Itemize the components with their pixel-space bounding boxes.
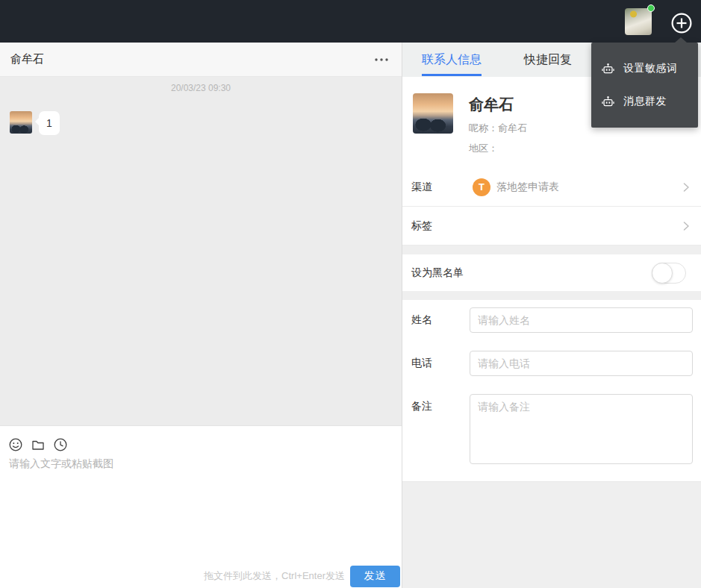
file-folder-icon[interactable]	[31, 438, 45, 451]
remark-field-row: 备注	[411, 394, 693, 464]
tags-label: 标签	[411, 219, 473, 233]
online-status-dot	[647, 4, 655, 12]
emoji-icon[interactable]	[9, 438, 22, 451]
message-bubble: 1	[39, 111, 60, 135]
remark-label: 备注	[411, 394, 470, 413]
toggle-knob	[652, 263, 673, 284]
channel-row[interactable]: 渠道 T 落地签申请表	[402, 168, 701, 207]
name-input[interactable]	[470, 307, 693, 333]
dropdown-caret	[675, 37, 687, 43]
chevron-right-icon[interactable]	[680, 220, 692, 232]
contact-avatar-small[interactable]	[10, 111, 32, 134]
add-menu-button[interactable]	[671, 13, 692, 34]
contact-form: 姓名 电话 备注	[402, 300, 701, 481]
top-bar	[0, 0, 701, 43]
composer-toolbar	[0, 426, 402, 451]
add-dropdown-menu: 设置敏感词 消息群发	[591, 43, 698, 128]
active-tab-underline	[422, 74, 482, 76]
chat-panel: 俞牟石 20/03/23 09:30 1	[0, 43, 402, 588]
channel-value-text: 落地签申请表	[496, 181, 559, 194]
blacklist-label: 设为黑名单	[411, 266, 464, 280]
section-divider	[402, 291, 701, 300]
channel-value: T 落地签申请表	[473, 178, 680, 196]
contact-avatar-large[interactable]	[413, 93, 453, 134]
robot-icon	[602, 96, 614, 108]
menu-item-mass-message[interactable]: 消息群发	[591, 85, 698, 118]
channel-logo-icon: T	[473, 178, 490, 196]
menu-item-label: 消息群发	[623, 95, 667, 108]
composer: 请输入文字或粘贴截图 拖文件到此发送，Ctrl+Enter发送 发送	[0, 425, 402, 588]
chat-header: 俞牟石	[0, 43, 402, 77]
plus-circle-icon	[671, 13, 692, 34]
history-clock-icon[interactable]	[54, 438, 67, 451]
tab-contact-info-label: 联系人信息	[422, 52, 482, 68]
tab-quick-reply-label: 快捷回复	[524, 52, 572, 68]
contact-name: 俞牟石	[469, 95, 527, 115]
name-label: 姓名	[411, 307, 470, 327]
user-avatar[interactable]	[625, 8, 652, 35]
contact-nickname: 呢称：俞牟石	[469, 122, 527, 135]
tab-contact-info[interactable]: 联系人信息	[422, 43, 482, 77]
message-list[interactable]: 20/03/23 09:30 1	[0, 77, 402, 425]
blacklist-toggle[interactable]	[652, 263, 686, 284]
robot-icon	[602, 63, 614, 75]
menu-item-sensitive-words[interactable]: 设置敏感词	[591, 52, 698, 85]
phone-label: 电话	[411, 351, 470, 370]
channel-label: 渠道	[411, 181, 473, 194]
remark-textarea[interactable]	[470, 394, 693, 464]
phone-input[interactable]	[470, 351, 693, 376]
composer-footer: 拖文件到此发送，Ctrl+Enter发送 发送	[0, 565, 402, 588]
send-hint: 拖文件到此发送，Ctrl+Enter发送	[204, 569, 345, 583]
message-input[interactable]: 请输入文字或粘贴截图	[9, 457, 393, 547]
name-field-row: 姓名	[411, 307, 693, 333]
message-timestamp: 20/03/23 09:30	[0, 83, 402, 93]
panel-bottom-fill	[402, 481, 701, 588]
contact-info: 俞牟石 呢称：俞牟石 地区：	[469, 93, 527, 168]
user-avatar-photo	[625, 8, 652, 35]
chevron-right-icon[interactable]	[680, 181, 692, 193]
menu-item-label: 设置敏感词	[623, 62, 678, 75]
contact-region: 地区：	[469, 142, 527, 155]
phone-field-row: 电话	[411, 351, 693, 376]
tab-quick-reply[interactable]: 快捷回复	[524, 43, 572, 77]
more-options-icon[interactable]	[372, 54, 391, 66]
section-divider	[402, 245, 701, 254]
message-row: 1	[10, 111, 402, 135]
send-button[interactable]: 发送	[350, 566, 400, 587]
blacklist-row: 设为黑名单	[402, 254, 701, 291]
chat-title: 俞牟石	[10, 52, 44, 66]
tags-row[interactable]: 标签	[402, 207, 701, 245]
